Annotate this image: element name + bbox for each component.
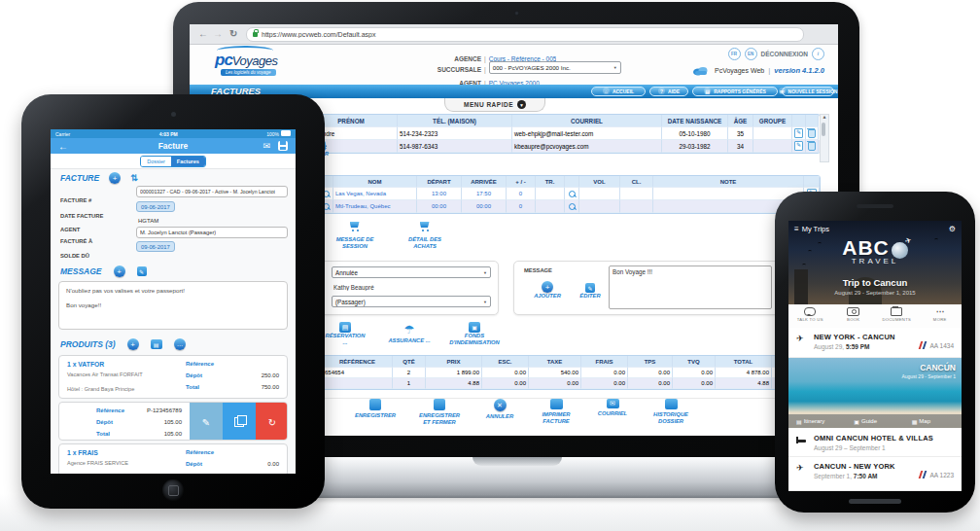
message-textarea[interactable]: Bon Voyage !!! <box>609 266 772 309</box>
product-card[interactable]: 1 x VATFOR Vacances Air Transat FORFAIT … <box>58 355 288 399</box>
gear-icon[interactable]: ⚙ <box>949 225 956 233</box>
tab-dossier[interactable]: Dossier <box>141 157 171 166</box>
more-button[interactable]: ⋯MORE <box>919 304 962 328</box>
url-bar[interactable]: https://www.pcvweb.com/Default.aspx <box>246 27 804 42</box>
cell <box>536 188 565 200</box>
talk-to-us-button[interactable]: TALK TO US <box>788 304 832 328</box>
map-button[interactable]: ▦Map <box>904 418 962 425</box>
hotel-list-item[interactable]: OMNI CANCUN HOTEL & VILLAS August 29 – S… <box>788 428 962 457</box>
refresh-action-button[interactable]: ↻ <box>256 403 288 441</box>
search-icon[interactable] <box>569 203 576 210</box>
mail-icon[interactable]: ✉ <box>262 141 270 151</box>
cell: DÉPART <box>417 176 462 188</box>
add-icon[interactable]: + <box>127 338 139 350</box>
edit-icon[interactable]: ✎ <box>794 128 803 138</box>
pcvoyages-logo: pcVoyages Les logiciels du voyage <box>215 51 277 70</box>
solde-du-button[interactable]: 09-06-2017 <box>136 241 175 252</box>
copy-action-button[interactable] <box>223 403 256 441</box>
edit-action-button[interactable]: ✎ <box>190 403 223 441</box>
save-icon <box>369 399 381 410</box>
statut-select[interactable]: Annulée ▼ <box>332 266 491 278</box>
tab-factures[interactable]: Factures <box>171 157 205 166</box>
search-icon[interactable] <box>569 191 576 197</box>
historique-dossier-button[interactable]: HISTORIQUE DOSSIER <box>637 399 705 425</box>
rapports-generes-button[interactable]: ▤RAPPORTS GÉNÉRÉS <box>692 87 778 96</box>
date-facture-button[interactable]: 09-06-2017 <box>136 201 175 212</box>
total-label: Total <box>96 431 110 437</box>
scroll-thumb[interactable] <box>822 123 825 136</box>
chat-icon <box>804 307 816 316</box>
cell: 0 <box>507 188 536 200</box>
trash-icon[interactable] <box>808 142 816 151</box>
image-icon[interactable]: ▤ <box>151 339 162 349</box>
cell: CL. <box>620 176 653 188</box>
cell: TR. <box>536 176 565 188</box>
tablet-home-button[interactable] <box>162 479 184 501</box>
flight-number: AA 1223 <box>929 472 954 478</box>
cell: 29-03-1982 <box>662 140 728 153</box>
depot-label: Dépôt <box>186 372 202 378</box>
edit-icon[interactable]: ✎ <box>137 266 147 276</box>
product-card-swiped[interactable]: Référence Dépôt Total P-123456789 105.00… <box>58 402 288 441</box>
ajouter-button[interactable]: + AJOUTER <box>528 281 567 300</box>
back-icon[interactable]: ← <box>58 141 68 152</box>
table-scrollbar[interactable]: ▼ <box>820 114 829 162</box>
url-text: https://www.pcvweb.com/Default.aspx <box>262 31 376 38</box>
assurance-button[interactable]: ☂ ASSURANCE ... <box>380 320 438 344</box>
tablet-status-bar: Carrier 4:03 PM 100% <box>51 129 296 138</box>
add-icon[interactable]: + <box>114 266 125 277</box>
people-icon[interactable]: ⋯ <box>174 338 186 350</box>
aide-button[interactable]: ?AIDE <box>649 87 688 96</box>
message-de-session-button[interactable]: MESSAGE DE SESSION <box>326 219 384 250</box>
lang-en-button[interactable]: EN <box>745 48 757 60</box>
browser-chrome: ← → ↻ https://www.pcvweb.com/Default.asp… <box>190 24 838 45</box>
itinerary-button[interactable]: ▤Itinerary <box>788 418 846 425</box>
cell: VOL <box>579 176 620 188</box>
plane-icon: ✈ <box>796 463 804 473</box>
edit-icon[interactable]: ✎ <box>794 141 803 151</box>
message-label: MESSAGE <box>524 267 552 273</box>
browser-reload-icon[interactable]: ↻ <box>229 24 237 44</box>
add-icon[interactable]: + <box>109 172 121 184</box>
role-select[interactable]: (Passager) ▼ <box>332 296 491 307</box>
cell <box>536 200 565 213</box>
facture-a-input[interactable]: M. Jocelyn Lanctot (Passager) <box>136 227 288 238</box>
cell: 0 <box>507 200 536 213</box>
documents-button[interactable]: DOCUMENTS <box>875 304 919 328</box>
product-card[interactable]: 1 x FRAIS Agence FRAIS SERVICE Référence… <box>58 443 288 474</box>
trip-dates: August 29 - September 1, 2015 <box>788 290 962 296</box>
refresh-icon[interactable]: ⇅ <box>130 173 138 183</box>
browser-back-icon[interactable]: ← <box>198 24 208 44</box>
menu-rapide-button[interactable]: MENU RAPIDE ▼ <box>444 98 545 112</box>
scroll-up-icon[interactable]: ▼ <box>821 115 828 121</box>
save-icon[interactable] <box>278 141 288 151</box>
cell: 00:00 <box>417 200 462 213</box>
message-line: N'oubliez pas vos valises et votre passe… <box>66 287 280 294</box>
browser-forward-icon[interactable]: → <box>213 24 223 44</box>
editer-button[interactable]: ✎ ÉDITER <box>573 283 608 300</box>
accueil-button[interactable]: ⌂ACCUEIL <box>591 87 646 96</box>
info-button[interactable]: i <box>812 48 824 60</box>
enregistrer-fermer-button[interactable]: ENREGISTRER ET FERMER <box>405 399 473 426</box>
cell: COURRIEL <box>512 115 662 127</box>
logout-button[interactable]: DÉCONNEXION <box>761 51 808 57</box>
menu-icon[interactable]: ≡ <box>794 225 799 233</box>
fonds-indemnisation-button[interactable]: ▣ FONDS D'INDEMNISATION <box>440 322 508 346</box>
lang-fr-button[interactable]: FR <box>728 48 741 60</box>
product-title: 1 x VATFOR <box>67 361 104 368</box>
guide-button[interactable]: ▣Guide <box>846 418 903 425</box>
phone-top-bar: ≡ My Trips ⚙ <box>788 221 962 236</box>
facture-number-input[interactable]: 000001327 - CAD - 09-06-2017 - Active - … <box>136 186 288 197</box>
flight-list-item[interactable]: ✈ NEW YORK - CANCUN August 29, 5:59 PM A… <box>788 328 962 358</box>
detail-des-achats-button[interactable]: DÉTAIL DES ACHATS <box>396 219 454 250</box>
trash-icon[interactable] <box>808 129 816 138</box>
copy-icon <box>223 403 256 441</box>
destination-card[interactable]: CANCÚN August 29 - September 1 ▤Itinerar… <box>788 358 962 428</box>
enregistrer-button[interactable]: ENREGISTRER <box>341 399 409 419</box>
depot-label: Dépôt <box>96 419 113 425</box>
book-button[interactable]: BOOK <box>832 304 876 328</box>
cell: FRAIS <box>581 356 628 368</box>
flight-list-item[interactable]: ✈ CANCUN - NEW YORK September 1, 7:50 AM… <box>788 457 962 491</box>
nouvelle-session-button[interactable]: ✉NOUVELLE SESSION <box>782 87 834 96</box>
message-textarea[interactable]: N'oubliez pas vos valises et votre passe… <box>58 281 288 330</box>
